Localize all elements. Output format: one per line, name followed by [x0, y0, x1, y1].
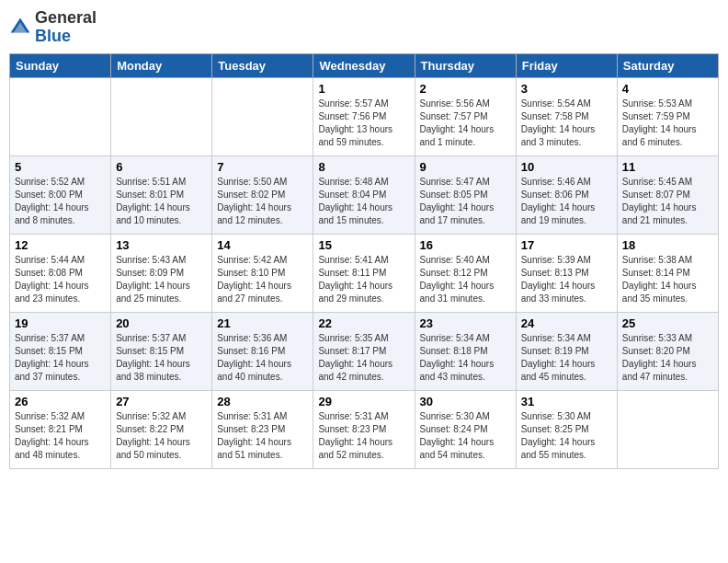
calendar-cell: 22Sunrise: 5:35 AMSunset: 8:17 PMDayligh… [313, 312, 415, 390]
day-number: 15 [318, 238, 409, 252]
day-info: Sunrise: 5:32 AMSunset: 8:22 PMDaylight:… [116, 410, 207, 462]
day-number: 23 [420, 316, 511, 330]
calendar-cell: 19Sunrise: 5:37 AMSunset: 8:15 PMDayligh… [10, 312, 111, 390]
calendar-cell: 27Sunrise: 5:32 AMSunset: 8:22 PMDayligh… [111, 390, 212, 468]
day-info: Sunrise: 5:50 AMSunset: 8:02 PMDaylight:… [217, 176, 308, 227]
calendar-cell: 4Sunrise: 5:53 AMSunset: 7:59 PMDaylight… [617, 77, 718, 155]
calendar-cell: 7Sunrise: 5:50 AMSunset: 8:02 PMDaylight… [212, 155, 313, 234]
day-number: 12 [15, 238, 106, 252]
day-info: Sunrise: 5:42 AMSunset: 8:10 PMDaylight:… [217, 254, 308, 305]
logo-blue-text: Blue [35, 27, 71, 45]
calendar-cell: 23Sunrise: 5:34 AMSunset: 8:18 PMDayligh… [415, 312, 516, 390]
day-info: Sunrise: 5:33 AMSunset: 8:20 PMDaylight:… [622, 332, 713, 384]
day-info: Sunrise: 5:45 AMSunset: 8:07 PMDaylight:… [622, 176, 713, 227]
calendar-week-row: 5Sunrise: 5:52 AMSunset: 8:00 PMDaylight… [10, 155, 719, 234]
column-header-sunday: Sunday [10, 53, 111, 77]
day-number: 27 [116, 395, 207, 408]
calendar-cell [111, 77, 212, 155]
calendar-cell: 11Sunrise: 5:45 AMSunset: 8:07 PMDayligh… [617, 155, 718, 234]
calendar-cell: 15Sunrise: 5:41 AMSunset: 8:11 PMDayligh… [313, 234, 415, 312]
calendar-cell: 14Sunrise: 5:42 AMSunset: 8:10 PMDayligh… [212, 234, 313, 312]
day-info: Sunrise: 5:54 AMSunset: 7:58 PMDaylight:… [521, 98, 612, 149]
day-info: Sunrise: 5:41 AMSunset: 8:11 PMDaylight:… [318, 254, 409, 305]
column-header-wednesday: Wednesday [313, 53, 415, 77]
day-number: 7 [217, 160, 308, 174]
day-info: Sunrise: 5:30 AMSunset: 8:25 PMDaylight:… [521, 410, 612, 462]
calendar-cell: 26Sunrise: 5:32 AMSunset: 8:21 PMDayligh… [10, 390, 111, 468]
calendar-cell: 1Sunrise: 5:57 AMSunset: 7:56 PMDaylight… [313, 77, 415, 155]
day-info: Sunrise: 5:46 AMSunset: 8:06 PMDaylight:… [521, 176, 612, 227]
calendar-cell: 29Sunrise: 5:31 AMSunset: 8:23 PMDayligh… [313, 390, 415, 468]
logo: General Blue [9, 9, 97, 46]
day-info: Sunrise: 5:57 AMSunset: 7:56 PMDaylight:… [318, 98, 409, 149]
calendar-header-row: SundayMondayTuesdayWednesdayThursdayFrid… [10, 53, 719, 77]
page-header: General Blue [9, 9, 719, 46]
day-number: 30 [420, 395, 511, 408]
column-header-saturday: Saturday [617, 53, 718, 77]
column-header-thursday: Thursday [415, 53, 516, 77]
calendar-cell [10, 77, 111, 155]
column-header-tuesday: Tuesday [212, 53, 313, 77]
day-number: 6 [116, 160, 207, 174]
day-number: 17 [521, 238, 612, 252]
day-number: 4 [622, 82, 713, 96]
day-info: Sunrise: 5:52 AMSunset: 8:00 PMDaylight:… [15, 176, 106, 227]
day-info: Sunrise: 5:48 AMSunset: 8:04 PMDaylight:… [318, 176, 409, 227]
calendar-cell: 17Sunrise: 5:39 AMSunset: 8:13 PMDayligh… [516, 234, 617, 312]
day-info: Sunrise: 5:31 AMSunset: 8:23 PMDaylight:… [217, 410, 308, 462]
day-info: Sunrise: 5:47 AMSunset: 8:05 PMDaylight:… [420, 176, 511, 227]
calendar-cell: 31Sunrise: 5:30 AMSunset: 8:25 PMDayligh… [516, 390, 617, 468]
calendar-cell: 13Sunrise: 5:43 AMSunset: 8:09 PMDayligh… [111, 234, 212, 312]
calendar-cell: 9Sunrise: 5:47 AMSunset: 8:05 PMDaylight… [415, 155, 516, 234]
day-number: 18 [622, 238, 713, 252]
logo-general-text: General [35, 8, 97, 27]
day-number: 28 [217, 395, 308, 408]
day-info: Sunrise: 5:51 AMSunset: 8:01 PMDaylight:… [116, 176, 207, 227]
calendar-cell: 6Sunrise: 5:51 AMSunset: 8:01 PMDaylight… [111, 155, 212, 234]
column-header-friday: Friday [516, 53, 617, 77]
day-number: 31 [521, 395, 612, 408]
day-info: Sunrise: 5:37 AMSunset: 8:15 PMDaylight:… [15, 332, 106, 384]
calendar-cell: 24Sunrise: 5:34 AMSunset: 8:19 PMDayligh… [516, 312, 617, 390]
day-number: 8 [318, 160, 409, 174]
calendar-cell: 10Sunrise: 5:46 AMSunset: 8:06 PMDayligh… [516, 155, 617, 234]
day-info: Sunrise: 5:38 AMSunset: 8:14 PMDaylight:… [622, 254, 713, 305]
day-number: 25 [622, 316, 713, 330]
day-number: 20 [116, 316, 207, 330]
calendar-week-row: 12Sunrise: 5:44 AMSunset: 8:08 PMDayligh… [10, 234, 719, 312]
day-info: Sunrise: 5:34 AMSunset: 8:18 PMDaylight:… [420, 332, 511, 384]
day-info: Sunrise: 5:43 AMSunset: 8:09 PMDaylight:… [116, 254, 207, 305]
calendar-cell [617, 390, 718, 468]
calendar-cell: 16Sunrise: 5:40 AMSunset: 8:12 PMDayligh… [415, 234, 516, 312]
day-number: 9 [420, 160, 511, 174]
calendar-cell: 18Sunrise: 5:38 AMSunset: 8:14 PMDayligh… [617, 234, 718, 312]
day-number: 19 [15, 316, 106, 330]
day-number: 1 [318, 82, 409, 96]
day-number: 21 [217, 316, 308, 330]
calendar-cell: 8Sunrise: 5:48 AMSunset: 8:04 PMDaylight… [313, 155, 415, 234]
calendar-cell: 2Sunrise: 5:56 AMSunset: 7:57 PMDaylight… [415, 77, 516, 155]
logo-icon [9, 17, 31, 39]
column-header-monday: Monday [111, 53, 212, 77]
day-number: 3 [521, 82, 612, 96]
day-number: 10 [521, 160, 612, 174]
day-info: Sunrise: 5:56 AMSunset: 7:57 PMDaylight:… [420, 98, 511, 149]
day-info: Sunrise: 5:53 AMSunset: 7:59 PMDaylight:… [622, 98, 713, 149]
day-info: Sunrise: 5:35 AMSunset: 8:17 PMDaylight:… [318, 332, 409, 384]
day-number: 26 [15, 395, 106, 408]
day-number: 2 [420, 82, 511, 96]
day-info: Sunrise: 5:32 AMSunset: 8:21 PMDaylight:… [15, 410, 106, 462]
day-number: 16 [420, 238, 511, 252]
calendar-cell: 25Sunrise: 5:33 AMSunset: 8:20 PMDayligh… [617, 312, 718, 390]
day-info: Sunrise: 5:36 AMSunset: 8:16 PMDaylight:… [217, 332, 308, 384]
day-number: 11 [622, 160, 713, 174]
day-info: Sunrise: 5:37 AMSunset: 8:15 PMDaylight:… [116, 332, 207, 384]
day-number: 22 [318, 316, 409, 330]
calendar-week-row: 1Sunrise: 5:57 AMSunset: 7:56 PMDaylight… [10, 77, 719, 155]
calendar-cell: 30Sunrise: 5:30 AMSunset: 8:24 PMDayligh… [415, 390, 516, 468]
calendar-week-row: 19Sunrise: 5:37 AMSunset: 8:15 PMDayligh… [10, 312, 719, 390]
day-info: Sunrise: 5:39 AMSunset: 8:13 PMDaylight:… [521, 254, 612, 305]
day-info: Sunrise: 5:44 AMSunset: 8:08 PMDaylight:… [15, 254, 106, 305]
day-number: 13 [116, 238, 207, 252]
calendar-cell: 12Sunrise: 5:44 AMSunset: 8:08 PMDayligh… [10, 234, 111, 312]
